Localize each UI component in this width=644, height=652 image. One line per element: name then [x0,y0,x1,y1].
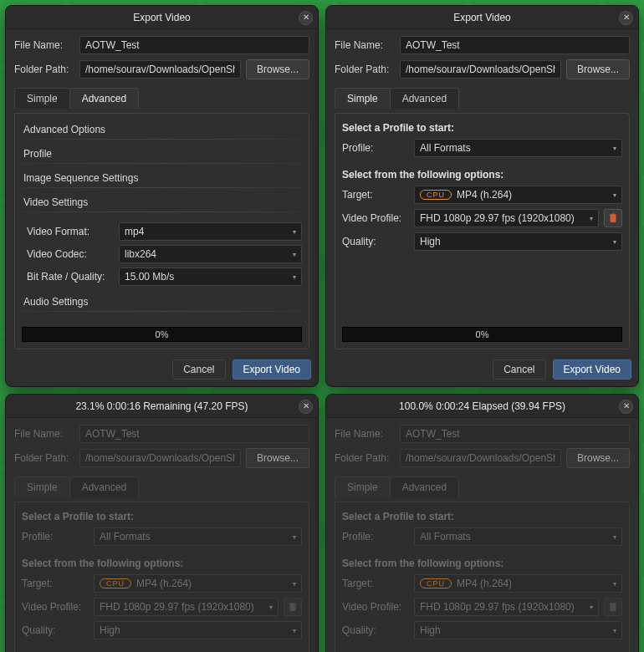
select-profile-label: Select a Profile to start: [342,122,622,134]
target-label: Target: [342,189,409,201]
chevron-down-icon: ▾ [293,251,296,258]
svg-rect-3 [290,604,296,611]
select-profile-label: Select a Profile to start: [342,511,622,522]
file-name-input[interactable] [79,36,309,54]
target-select: CPU MP4 (h.264) ▾ [94,574,302,593]
select-profile-label: Select a Profile to start: [22,511,302,522]
simple-panel: Select a Profile to start: Profile: All … [14,502,309,652]
svg-rect-4 [289,604,296,605]
video-profile-label: Video Profile: [342,601,409,613]
quality-select[interactable]: High ▾ [414,232,622,251]
progress-bar: 0% [22,327,302,342]
profile-select[interactable]: All Formats ▾ [414,139,622,157]
audio-settings-header[interactable]: Audio Settings [22,293,302,312]
export-button[interactable]: Export Video [553,359,632,379]
cpu-badge: CPU [100,578,131,588]
tab-simple: Simple [14,476,70,497]
tab-advanced[interactable]: Advanced [69,88,139,109]
profile-label: Profile: [22,531,89,542]
trash-icon [288,602,298,612]
chevron-down-icon: ▾ [269,604,273,611]
browse-button[interactable]: Browse... [566,59,630,79]
export-window-done: 100.0% 0:00:24 Elapsed (39.94 FPS) ✕ Fil… [325,394,639,652]
profile-label: Profile: [342,531,409,542]
simple-panel: Select a Profile to start: Profile: All … [335,502,630,652]
profile-select: All Formats ▾ [414,527,622,546]
svg-rect-0 [611,216,616,222]
file-name-label: File Name: [335,39,395,51]
folder-path-label: Folder Path: [14,64,74,75]
video-format-select[interactable]: mp4 ▾ [119,222,302,241]
window-title: 23.1% 0:00:16 Remaining (47.20 FPS) [75,400,248,412]
svg-rect-5 [611,604,616,611]
file-name-input[interactable] [400,36,630,54]
window-title: Export Video [453,12,511,23]
video-profile-label: Video Profile: [342,212,409,224]
tab-simple[interactable]: Simple [14,88,70,109]
bitrate-select[interactable]: 15.00 Mb/s ▾ [119,267,302,286]
tabs: Simple Advanced [335,476,630,497]
tabs: Simple Advanced [14,476,309,497]
tab-simple[interactable]: Simple [335,88,391,109]
tabs: Simple Advanced [335,88,630,109]
svg-rect-2 [612,214,615,216]
video-settings-header[interactable]: Video Settings [22,193,302,212]
video-profile-select: FHD 1080p 29.97 fps (1920x1080) ▾ [414,598,599,616]
browse-button: Browse... [566,448,630,468]
cpu-badge: CPU [420,578,452,588]
delete-profile-button[interactable] [604,209,622,227]
quality-select: High ▾ [414,621,622,639]
folder-path-label: Folder Path: [335,64,395,75]
select-options-label: Select from the following options: [342,558,622,569]
quality-select: High ▾ [94,621,302,639]
export-window-simple: Export Video ✕ File Name: Folder Path: B… [325,5,639,387]
close-icon[interactable]: ✕ [619,400,633,414]
tab-simple: Simple [335,476,391,497]
close-icon[interactable]: ✕ [619,11,633,25]
chevron-down-icon: ▾ [613,238,616,246]
video-codec-select[interactable]: libx264 ▾ [119,245,302,263]
titlebar[interactable]: 100.0% 0:00:24 Elapsed (39.94 FPS) ✕ [326,395,638,418]
titlebar[interactable]: Export Video ✕ [6,6,318,29]
quality-label: Quality: [342,236,409,247]
chevron-down-icon: ▾ [613,580,616,588]
cancel-button[interactable]: Cancel [172,359,225,379]
folder-path-input[interactable] [400,60,561,79]
titlebar[interactable]: Export Video ✕ [326,6,638,29]
cancel-button[interactable]: Cancel [493,359,545,379]
chevron-down-icon: ▾ [590,604,593,611]
select-options-label: Select from the following options: [22,558,302,569]
browse-button[interactable]: Browse... [246,59,309,79]
export-window-progress: 23.1% 0:00:16 Remaining (47.20 FPS) ✕ Fi… [5,394,319,652]
close-icon[interactable]: ✕ [299,11,313,25]
file-name-label: File Name: [14,39,74,51]
folder-path-input[interactable] [79,60,241,79]
progress-bar: 0% [342,327,622,342]
image-seq-header[interactable]: Image Sequence Settings [22,169,302,188]
chevron-down-icon: ▾ [613,533,616,541]
folder-path-label: Folder Path: [14,452,74,464]
quality-label: Quality: [22,624,89,636]
close-icon[interactable]: ✕ [299,400,313,414]
chevron-down-icon: ▾ [613,191,616,199]
video-profile-select[interactable]: FHD 1080p 29.97 fps (1920x1080) ▾ [414,209,599,227]
target-label: Target: [22,578,89,589]
target-label: Target: [342,578,409,589]
file-name-input [400,425,630,443]
tab-advanced: Advanced [390,476,459,497]
file-name-label: File Name: [335,428,395,440]
folder-path-input [400,449,561,467]
chevron-down-icon: ▾ [293,627,296,634]
profile-header[interactable]: Profile [22,145,302,164]
target-select[interactable]: CPU MP4 (h.264) ▾ [414,186,622,204]
target-select: CPU MP4 (h.264) ▾ [414,574,622,593]
tab-advanced[interactable]: Advanced [390,88,459,109]
select-options-label: Select from the following options: [342,169,622,181]
chevron-down-icon: ▾ [293,580,296,588]
titlebar[interactable]: 23.1% 0:00:16 Remaining (47.20 FPS) ✕ [6,395,318,418]
export-button[interactable]: Export Video [233,359,312,379]
advanced-options-header[interactable]: Advanced Options [22,120,302,140]
chevron-down-icon: ▾ [590,215,593,222]
delete-profile-button [284,598,302,616]
cpu-badge: CPU [420,190,452,200]
